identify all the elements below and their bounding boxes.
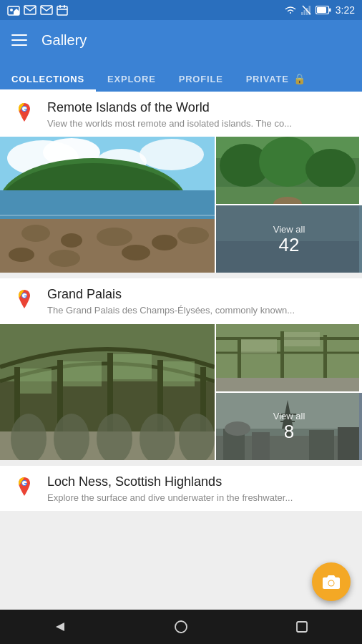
view-all-label: View all [273,224,305,235]
beach-image [0,137,215,273]
svg-point-29 [61,233,82,248]
status-icons-right: 3:22 [284,4,355,16]
svg-rect-84 [338,427,359,460]
svg-point-1 [10,9,13,11]
nav-tabs: COLLECTIONS EXPLORE PROFILE PRIVATE 🔒 [0,60,362,92]
camera-icon [322,572,341,591]
collection-side-images: View all 42 [216,137,362,273]
svg-point-23 [140,139,204,170]
svg-rect-58 [113,354,152,379]
collection-image-grid: View all 42 [0,137,362,273]
svg-point-89 [329,581,334,586]
battery-icon [315,6,331,14]
svg-rect-15 [329,9,331,12]
svg-rect-5 [57,6,67,15]
camera-fab-button[interactable] [312,562,351,601]
home-icon [174,620,188,634]
lock-icon: 🔒 [293,73,306,84]
svg-point-41 [305,149,356,189]
tab-private[interactable]: PRIVATE 🔒 [235,73,318,92]
svg-rect-56 [20,369,52,394]
collection-title: Remote Islands of the World [47,100,352,116]
collection-main-image [0,137,215,273]
back-button[interactable] [39,610,82,644]
svg-marker-90 [56,623,64,631]
collection-header-3: Loch Ness, Scottish Highlands Explore th… [0,466,362,511]
wifi-icon [284,5,297,15]
svg-rect-9 [301,12,303,15]
svg-point-34 [49,250,80,267]
svg-point-85 [225,421,250,436]
svg-point-30 [97,228,132,246]
main-content: Remote Islands of the World View the wor… [0,92,362,610]
jungle-image [216,137,359,204]
svg-point-91 [175,621,187,633]
svg-point-31 [152,235,177,250]
signal-icon [301,5,311,15]
svg-rect-4 [41,6,52,14]
svg-rect-57 [63,361,102,386]
collection-desc-2: The Grand Palais des Champs-Élysées, com… [47,305,352,317]
time-display: 3:22 [336,4,355,16]
svg-rect-92 [297,622,307,632]
recents-button[interactable] [280,610,323,644]
svg-rect-82 [252,432,270,460]
email2-icon [40,5,53,15]
view-all-count-2: 8 [273,421,305,442]
status-icons-left [7,5,68,16]
menu-button[interactable] [11,34,27,46]
collection-header: Remote Islands of the World View the wor… [0,92,362,137]
svg-marker-2 [14,9,19,15]
app-title: Gallery [41,32,87,49]
bottom-nav [0,610,362,644]
top-bar: Gallery [0,20,362,60]
collection-view-all-2[interactable]: View all 8 [216,393,362,460]
svg-rect-16 [317,7,326,13]
calendar-icon [57,5,68,16]
svg-rect-83 [309,430,334,460]
palais-main-image [0,324,215,460]
back-icon [53,620,67,634]
tab-explore[interactable]: EXPLORE [96,74,167,92]
collection-info-2: Grand Palais The Grand Palais des Champs… [47,287,352,316]
collection-view-all[interactable]: View all 42 [216,205,362,273]
collection-info: Remote Islands of the World View the wor… [47,100,352,130]
collection-info-3: Loch Ness, Scottish Highlands Explore th… [47,474,352,504]
collection-side-top-2 [216,324,362,391]
palais-side-image [216,324,359,391]
collection-side-images-2: View all 8 [216,324,362,460]
collection-card-remote-islands: Remote Islands of the World View the wor… [0,92,362,273]
collection-card-loch-ness: Loch Ness, Scottish Highlands Explore th… [0,466,362,511]
email1-icon [24,5,36,15]
svg-rect-59 [163,361,195,386]
svg-point-33 [9,248,34,262]
collection-desc-3: Explore the surface and dive underwater … [47,492,352,504]
svg-rect-3 [24,6,36,14]
view-all-count: 42 [273,235,305,255]
collection-title-3: Loch Ness, Scottish Highlands [47,474,352,490]
collection-card-grand-palais: Grand Palais The Grand Palais des Champs… [0,278,362,459]
maps-logo-icon-3 [10,474,39,503]
svg-rect-74 [216,378,359,391]
home-button[interactable] [160,610,202,644]
collection-main-image-2 [0,324,215,460]
photo-icon [7,5,20,16]
collection-image-grid-2: View all 8 [0,324,362,460]
svg-point-35 [122,245,150,260]
maps-logo-icon [10,100,39,129]
svg-rect-72 [241,339,277,353]
view-all-label-2: View all [273,411,305,421]
svg-rect-26 [0,190,215,219]
tab-collections[interactable]: COLLECTIONS [0,74,96,92]
svg-point-28 [21,225,50,242]
svg-rect-73 [284,332,320,346]
collection-side-top [216,137,362,204]
status-bar: 3:22 [0,0,362,20]
svg-rect-10 [303,10,305,15]
recents-icon [295,620,309,634]
maps-logo-icon-2 [10,287,39,316]
svg-point-32 [177,227,209,244]
collection-header-2: Grand Palais The Grand Palais des Champs… [0,278,362,323]
collection-desc: View the worlds most remote and isolated… [47,118,352,130]
tab-profile[interactable]: PROFILE [167,74,235,92]
